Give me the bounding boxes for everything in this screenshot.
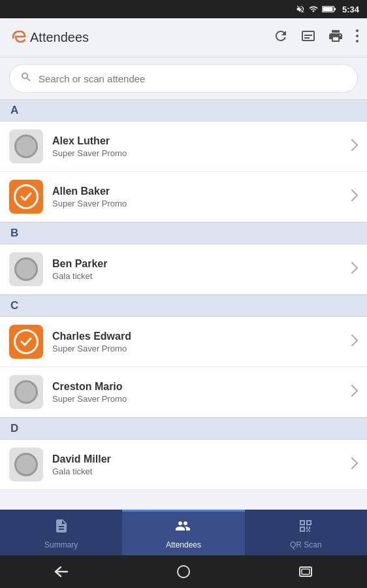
avatar-placeholder xyxy=(14,257,38,281)
bottom-tab-bar: Summary Attendees QR Scan xyxy=(0,510,367,555)
list-item[interactable]: Charles EdwardSuper Saver Promo xyxy=(0,317,367,367)
nav-bar xyxy=(0,555,367,588)
avatar xyxy=(9,129,43,163)
item-ticket: Gala ticket xyxy=(52,271,351,281)
search-container xyxy=(0,57,367,99)
app-bar-actions xyxy=(273,28,359,48)
badge-button[interactable] xyxy=(300,28,316,48)
check-ring xyxy=(14,329,39,354)
search-icon xyxy=(20,71,32,86)
refresh-button[interactable] xyxy=(273,28,289,48)
tab-attendees[interactable]: Attendees xyxy=(122,510,244,555)
item-ticket: Super Saver Promo xyxy=(52,394,351,404)
tab-summary[interactable]: Summary xyxy=(0,510,122,555)
qrscan-label: QR Scan xyxy=(290,540,322,549)
chevron-right-icon xyxy=(351,385,358,400)
attendees-list: A Alex LutherSuper Saver Promo Allen Bak… xyxy=(0,99,367,510)
item-name: Allen Baker xyxy=(52,186,351,197)
item-ticket: Gala ticket xyxy=(52,466,351,476)
chevron-right-icon xyxy=(351,457,358,472)
item-ticket: Super Saver Promo xyxy=(52,148,351,158)
avatar xyxy=(9,252,43,286)
print-button[interactable] xyxy=(328,28,343,48)
app-title: Attendees xyxy=(30,30,89,45)
chevron-right-icon xyxy=(351,139,358,154)
section-header-a: A xyxy=(0,99,367,122)
avatar xyxy=(9,180,43,214)
svg-point-4 xyxy=(356,35,359,37)
status-icons: 5:34 xyxy=(296,5,359,14)
item-ticket: Super Saver Promo xyxy=(52,344,351,353)
item-info: Alex LutherSuper Saver Promo xyxy=(52,135,351,158)
item-info: David MillerGala ticket xyxy=(52,453,351,476)
svg-point-5 xyxy=(356,40,359,42)
item-info: Allen BakerSuper Saver Promo xyxy=(52,186,351,208)
list-item[interactable]: David MillerGala ticket xyxy=(0,440,367,490)
tab-qrscan[interactable]: QR Scan xyxy=(245,510,367,555)
status-bar: 5:34 xyxy=(0,0,367,18)
battery-icon xyxy=(322,5,336,13)
item-info: Ben ParkerGala ticket xyxy=(52,258,351,281)
search-bar[interactable] xyxy=(9,64,358,93)
item-name: Creston Mario xyxy=(52,381,351,393)
app-logo: Attendees xyxy=(8,29,273,47)
item-info: Charles EdwardSuper Saver Promo xyxy=(52,331,351,353)
logo-icon xyxy=(8,29,27,47)
avatar-placeholder xyxy=(14,380,38,404)
summary-label: Summary xyxy=(44,540,78,549)
app-bar: Attendees xyxy=(0,18,367,57)
time-display: 5:34 xyxy=(342,5,359,14)
attendees-label: Attendees xyxy=(166,540,201,549)
summary-icon xyxy=(54,518,69,538)
svg-point-3 xyxy=(356,29,359,32)
avatar xyxy=(9,325,43,359)
nav-recent-button[interactable] xyxy=(293,559,319,585)
qrscan-icon xyxy=(298,518,313,538)
section-header-d: D xyxy=(0,417,367,440)
check-ring xyxy=(14,184,39,209)
chevron-right-icon xyxy=(351,189,358,204)
list-item[interactable]: Ben ParkerGala ticket xyxy=(0,244,367,295)
avatar xyxy=(9,375,43,409)
avatar-placeholder xyxy=(14,453,38,476)
list-item[interactable]: Creston MarioSuper Saver Promo xyxy=(0,367,367,417)
attendees-icon xyxy=(175,518,192,538)
svg-rect-2 xyxy=(334,8,336,10)
wifi-icon xyxy=(308,5,319,14)
list-item[interactable]: Alex LutherSuper Saver Promo xyxy=(0,122,367,172)
avatar-placeholder xyxy=(14,135,38,158)
list-item[interactable]: Allen BakerSuper Saver Promo xyxy=(0,172,367,222)
item-ticket: Super Saver Promo xyxy=(52,199,351,208)
chevron-right-icon xyxy=(351,335,358,350)
svg-rect-9 xyxy=(302,569,310,574)
item-info: Creston MarioSuper Saver Promo xyxy=(52,381,351,404)
section-header-c: C xyxy=(0,295,367,317)
more-button[interactable] xyxy=(355,28,359,48)
chevron-right-icon xyxy=(351,262,358,277)
search-input[interactable] xyxy=(39,73,347,84)
item-name: David Miller xyxy=(52,453,351,465)
mute-icon xyxy=(296,5,305,14)
svg-point-7 xyxy=(178,566,189,578)
nav-home-button[interactable] xyxy=(170,559,197,585)
svg-rect-1 xyxy=(323,7,332,11)
avatar xyxy=(9,448,43,482)
nav-back-button[interactable] xyxy=(48,559,74,585)
item-name: Alex Luther xyxy=(52,135,351,147)
section-header-b: B xyxy=(0,222,367,244)
item-name: Ben Parker xyxy=(52,258,351,270)
item-name: Charles Edward xyxy=(52,331,351,342)
